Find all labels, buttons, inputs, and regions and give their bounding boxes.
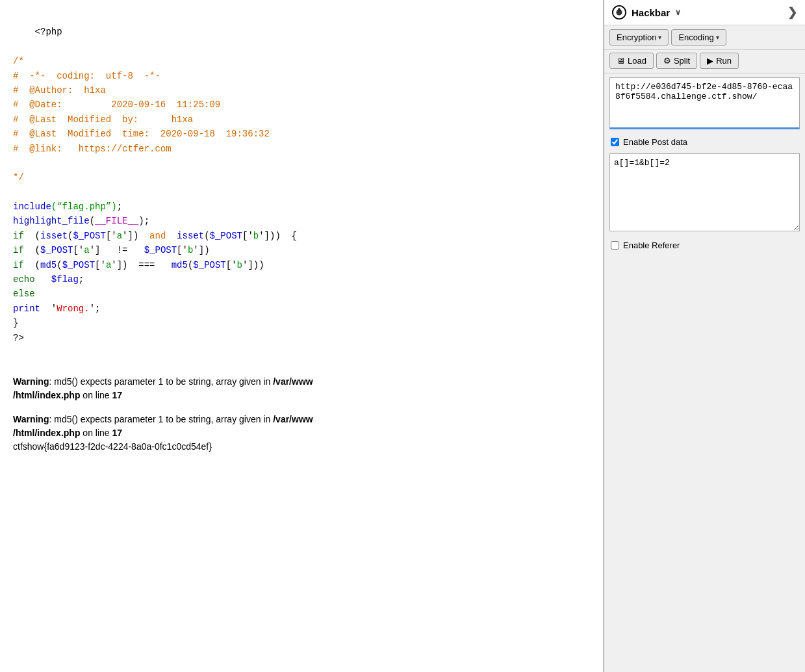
file-const: __FILE__ <box>95 216 138 226</box>
include-arg: (“flag.php”) <box>51 201 117 212</box>
load-icon: 🖥 <box>617 56 625 66</box>
enable-post-checkbox[interactable] <box>611 138 619 146</box>
split-icon: ⚙ <box>663 56 671 66</box>
encoding-label: Encoding <box>678 32 713 42</box>
warning-1: Warning: md5() expects parameter 1 to be… <box>13 375 590 402</box>
hackbar-chevron-icon[interactable]: ∨ <box>675 8 681 17</box>
load-button[interactable]: 🖥 Load <box>609 53 654 69</box>
url-display[interactable]: http://e036d745-bf2e-4d85-8760-ecaa8f6f5… <box>609 77 800 129</box>
encryption-arrow-icon: ▾ <box>658 34 661 41</box>
php-open-tag: <?php <box>35 27 62 37</box>
encoding-arrow-icon: ▾ <box>716 34 719 41</box>
hackbar-close-button[interactable]: ❯ <box>787 5 797 19</box>
warnings-section: Warning: md5() expects parameter 1 to be… <box>13 375 590 454</box>
enable-referer-label[interactable]: Enable Referer <box>623 240 680 250</box>
run-button[interactable]: ▶ Run <box>700 53 739 69</box>
code-panel: <?php /* # -*- coding: utf-8 -*- # @Auth… <box>0 0 604 672</box>
comment-block: /* # -*- coding: utf-8 -*- # @Author: h1… <box>13 56 270 183</box>
php-close-tag: ?> <box>13 333 24 343</box>
encoding-dropdown[interactable]: Encoding ▾ <box>671 29 726 45</box>
hackbar-title-area: Hackbar ∨ <box>612 5 681 19</box>
print-line: print <box>13 304 40 314</box>
enable-referer-checkbox[interactable] <box>611 241 619 250</box>
include-line: include <box>13 201 51 212</box>
closing-brace: } <box>13 318 18 328</box>
action-buttons-row: 🖥 Load ⚙ Split ▶ Run <box>604 50 805 73</box>
hackbar-panel: Hackbar ∨ ❯ Encryption ▾ Encoding ▾ 🖥 Lo… <box>604 0 805 672</box>
encryption-encoding-row: Encryption ▾ Encoding ▾ <box>604 25 805 50</box>
split-button[interactable]: ⚙ Split <box>656 53 697 69</box>
else-line: else <box>13 289 35 299</box>
hackbar-logo-icon <box>612 5 626 19</box>
echo-line: echo <box>13 274 35 285</box>
encryption-label: Encryption <box>617 32 656 42</box>
if-line2: if <box>13 245 24 255</box>
load-label: Load <box>628 56 646 66</box>
run-icon: ▶ <box>707 56 713 66</box>
enable-post-label[interactable]: Enable Post data <box>623 137 687 147</box>
and-keyword: and <box>149 231 166 241</box>
warning-label-2: Warning <box>13 414 49 424</box>
if-line3: if <box>13 260 24 270</box>
line-num-2: 17 <box>112 428 123 438</box>
highlight-func: highlight_file <box>13 216 90 226</box>
hackbar-header: Hackbar ∨ ❯ <box>604 0 805 25</box>
line-num-1: 17 <box>112 390 123 400</box>
filepath-2: /var/www/html/index.php <box>13 414 313 438</box>
warning-2: Warning: md5() expects parameter 1 to be… <box>13 413 590 454</box>
encryption-dropdown[interactable]: Encryption ▾ <box>609 29 669 45</box>
warning-label-1: Warning <box>13 376 49 387</box>
flag-output: ctfshow{fa6d9123-f2dc-4224-8a0a-0fc1c0cd… <box>13 441 212 452</box>
enable-post-row: Enable Post data <box>604 133 805 151</box>
svg-point-2 <box>618 8 620 11</box>
run-label: Run <box>716 56 732 66</box>
post-data-textarea[interactable]: a[]=1&b[]=2 <box>609 153 800 231</box>
enable-referer-row: Enable Referer <box>604 237 805 254</box>
if-line1: if <box>13 231 24 241</box>
filepath-1: /var/www/html/index.php <box>13 376 313 400</box>
hackbar-title: Hackbar <box>632 7 670 18</box>
split-label: Split <box>674 56 690 66</box>
